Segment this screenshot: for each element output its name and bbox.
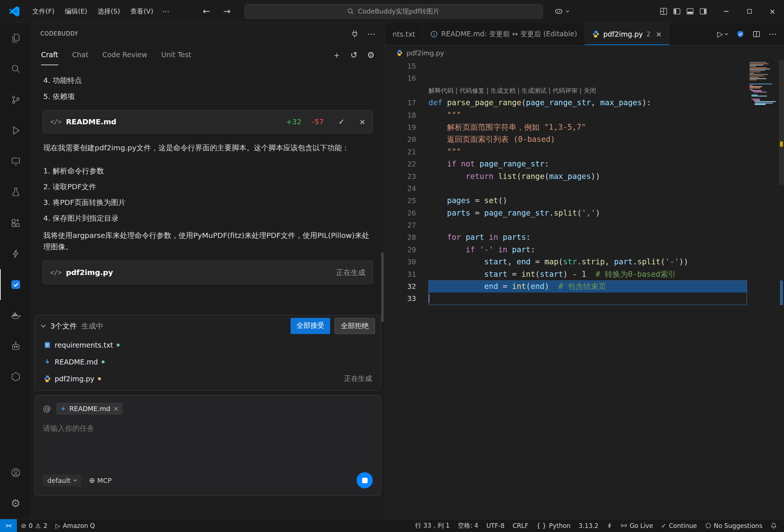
line-number: 25 <box>385 195 429 207</box>
run-button[interactable]: ▷ <box>717 30 728 38</box>
notifications-bell[interactable] <box>766 519 781 532</box>
language-status[interactable]: { } Python <box>532 519 575 532</box>
codebuddy-view-icon[interactable] <box>0 269 30 300</box>
chip-close-icon[interactable]: × <box>113 405 119 412</box>
model-select[interactable]: default <box>43 474 81 487</box>
breadcrumb-file: pdf2img.py <box>406 49 444 57</box>
codebuddy-settings-icon[interactable]: ⚙ <box>367 50 375 60</box>
codebuddy-shield-icon[interactable] <box>736 30 744 38</box>
bell-icon <box>770 522 777 529</box>
tab-pdf2img-py[interactable]: pdf2img.py 2 × <box>585 23 670 45</box>
stop-generating-button[interactable] <box>357 472 373 488</box>
breadcrumb[interactable]: pdf2img.py <box>385 45 784 60</box>
accept-all-button[interactable]: 全部接受 <box>291 318 330 334</box>
tab-requirements-txt[interactable]: nts.txt <box>385 23 423 45</box>
sidebar-title: CODEBUDDY <box>40 30 78 37</box>
modified-dot <box>117 344 120 346</box>
modified-dot <box>102 360 105 363</box>
pdf2img-generating-card[interactable]: </> pdf2img.py 正在生成 <box>43 261 373 284</box>
toggle-sidebar-right-icon[interactable] <box>699 7 707 15</box>
reject-diff-icon[interactable]: × <box>359 117 365 126</box>
toggle-sidebar-left-icon[interactable] <box>673 7 681 15</box>
encoding-status[interactable]: UTF-8 <box>482 519 509 532</box>
menu-view[interactable]: 查看(V) <box>125 5 158 18</box>
run-debug-icon[interactable] <box>0 115 30 146</box>
readme-diff-card[interactable]: </> README.md +32 -57 ✓ × <box>43 110 373 133</box>
problems-status[interactable]: ⊘ 0 ⚠ 2 <box>17 519 51 532</box>
code-editor[interactable]: 1516解释代码 | 代码修复 | 生成文档 | 生成测试 | 代码评审 | 关… <box>385 60 784 519</box>
error-count: 0 <box>29 522 33 529</box>
file-row-readme[interactable]: README.md <box>35 353 381 370</box>
chat-input-card[interactable]: @ README.md × 请输入你的任务 default <box>34 395 381 496</box>
menu-file[interactable]: 文件(F) <box>27 5 59 18</box>
menu-more-icon[interactable]: ⋯ <box>158 5 173 18</box>
chip-label: README.md <box>69 405 110 412</box>
mcp-button[interactable]: ⊕ MCP <box>89 476 112 485</box>
close-button[interactable]: × <box>761 0 784 22</box>
amazon-q-status[interactable]: ▷ Amazon Q <box>51 519 99 532</box>
hexagon-extension-icon[interactable] <box>0 362 30 392</box>
menu-edit[interactable]: 编辑(E) <box>59 5 92 18</box>
tab-readme-diff[interactable]: README.md: 变更前 ↔ 变更后 (Editable) <box>423 23 585 45</box>
minimap[interactable] <box>750 62 777 106</box>
file-row-pdf2img[interactable]: pdf2img.py 正在生成 <box>35 370 381 387</box>
suggestions-status[interactable]: No Suggestions <box>701 519 766 532</box>
go-live-status[interactable]: Go Live <box>617 519 657 532</box>
search-view-icon[interactable] <box>0 54 30 84</box>
history-nav: ← → <box>200 6 233 16</box>
testing-icon[interactable] <box>0 177 30 208</box>
maximize-button[interactable] <box>738 0 761 22</box>
indentation-status[interactable]: 空格: 4 <box>454 519 482 532</box>
settings-gear-icon[interactable]: ⚙ <box>0 488 30 519</box>
explorer-icon[interactable] <box>0 23 30 54</box>
menu-selection[interactable]: 选择(S) <box>92 5 125 18</box>
sidebar-scrollbar[interactable] <box>381 252 384 322</box>
python-version-status[interactable]: 3.13.2 <box>575 519 602 532</box>
eol-status[interactable]: CRLF <box>508 519 532 532</box>
continue-status[interactable]: ✓ Continue <box>657 519 701 532</box>
sidebar-more-icon[interactable]: ⋯ <box>367 29 375 38</box>
tab-craft[interactable]: Craft <box>41 45 58 65</box>
check-icon: ✓ <box>661 522 666 529</box>
accounts-icon[interactable] <box>0 457 30 488</box>
reject-all-button[interactable]: 全部拒绝 <box>335 318 375 334</box>
lightning-status[interactable] <box>602 519 617 532</box>
minimize-button[interactable]: ─ <box>715 0 738 22</box>
plug-icon[interactable] <box>350 29 359 38</box>
line-number: 24 <box>385 183 429 195</box>
toggle-panel-icon[interactable] <box>686 7 694 15</box>
extensions-icon[interactable] <box>0 208 30 238</box>
lightning-extension-icon[interactable] <box>0 238 30 269</box>
tab-code-review[interactable]: Code Review <box>102 45 147 65</box>
docker-icon[interactable] <box>0 300 30 331</box>
editor-scrollbar[interactable] <box>779 60 784 185</box>
customize-layout-icon[interactable] <box>660 7 668 15</box>
robot-icon[interactable] <box>0 331 30 362</box>
history-icon[interactable]: ↺ <box>350 50 357 60</box>
tab-chat[interactable]: Chat <box>72 45 88 65</box>
task-input[interactable]: 请输入你的任务 <box>43 423 373 433</box>
back-button[interactable]: ← <box>200 6 213 16</box>
forward-button[interactable]: → <box>221 6 233 16</box>
codelens-actions[interactable]: 解释代码 | 代码修复 | 生成文档 | 生成测试 | 代码评审 | 关闭 <box>429 85 596 97</box>
mention-at[interactable]: @ <box>43 404 51 413</box>
tab-close-icon[interactable]: × <box>656 30 662 38</box>
tab-unit-test[interactable]: Unit Test <box>161 45 191 65</box>
remote-explorer-icon[interactable] <box>0 146 30 177</box>
statusbar: >< ⊘ 0 ⚠ 2 ▷ Amazon Q 行 33，列 1 空格: 4 UTF… <box>0 519 784 532</box>
split-editor-icon[interactable] <box>752 30 761 38</box>
context-chip-readme[interactable]: README.md × <box>56 403 123 415</box>
vscode-window: 文件(F) 编辑(E) 选择(S) 查看(V) ⋯ ← → CodeBuddy实… <box>0 0 784 532</box>
cursor-position[interactable]: 行 33，列 1 <box>411 519 453 532</box>
editor-more-icon[interactable]: ⋯ <box>769 29 777 38</box>
pdf-card-name: pdf2img.py <box>66 268 113 277</box>
file-row-requirements[interactable]: requirements.txt <box>35 337 381 353</box>
new-chat-icon[interactable]: ＋ <box>332 49 341 61</box>
accept-diff-icon[interactable]: ✓ <box>338 117 344 126</box>
remote-indicator[interactable]: >< <box>0 519 17 532</box>
source-control-icon[interactable] <box>0 84 30 115</box>
files-panel-header[interactable]: 3个文件 生成中 全部接受 全部拒绝 <box>35 315 381 337</box>
command-center-search[interactable]: CodeBuddy实现pdf转图片 <box>244 4 543 19</box>
copilot-menu[interactable] <box>554 7 569 16</box>
step-item: 2. 读取PDF文件 <box>43 179 372 195</box>
